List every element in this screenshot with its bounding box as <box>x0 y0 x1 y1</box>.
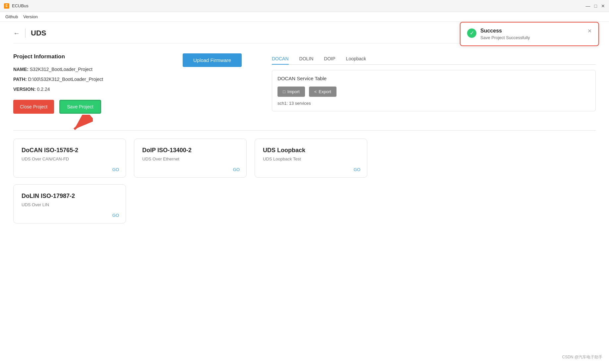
service-count: sch1: 13 services <box>277 101 590 106</box>
project-path-row: PATH: D:\00\S32K312_BootLoader_Project <box>13 77 152 82</box>
cards-section: DoCAN ISO-15765-2 UDS Over CAN/CAN-FD GO… <box>13 130 596 223</box>
card-docan-title: DoCAN ISO-15765-2 <box>22 147 118 154</box>
back-button[interactable]: ← <box>13 30 20 37</box>
card-dolin: DoLIN ISO-17987-2 UDS Over LIN GO <box>13 184 126 223</box>
main-content: ← UDS Project Information NAME: S32K312_… <box>0 22 609 223</box>
menu-github[interactable]: Github <box>5 14 18 19</box>
card-dolin-go[interactable]: GO <box>112 213 119 218</box>
card-doip-go[interactable]: GO <box>233 167 240 172</box>
card-loopback: UDS Loopback UDS Loopback Test GO <box>255 139 367 178</box>
path-value: D:\00\S32K312_BootLoader_Project <box>28 77 103 82</box>
svg-line-1 <box>74 117 88 129</box>
success-title: Success <box>480 28 583 34</box>
card-docan-subtitle: UDS Over CAN/CAN-FD <box>22 156 118 161</box>
tab-docan[interactable]: DOCAN <box>272 53 289 65</box>
cards-row-1: DoCAN ISO-15765-2 UDS Over CAN/CAN-FD GO… <box>13 139 596 178</box>
service-table-box: DOCAN Service Table □ Import < Export sc… <box>272 70 596 111</box>
protocol-tabs: DOCAN DOLIN DOIP Loopback <box>272 53 596 65</box>
window-close-button[interactable]: ✕ <box>601 4 605 8</box>
card-docan-go[interactable]: GO <box>112 167 119 172</box>
project-version-row: VERSION: 0.2.24 <box>13 87 152 92</box>
import-button[interactable]: □ Import <box>277 87 305 97</box>
upload-firmware-button[interactable]: Upload Firmware <box>183 53 242 67</box>
success-content: Success Save Project Successfully <box>480 28 583 40</box>
name-value: S32K312_BootLoader_Project <box>30 67 92 72</box>
service-table-title: DOCAN Service Table <box>277 76 590 81</box>
center-panel: Upload Firmware <box>166 53 259 124</box>
project-buttons: Close Project Save Project <box>13 100 152 114</box>
card-doip-title: DoIP ISO-13400-2 <box>142 147 238 154</box>
card-loopback-go[interactable]: GO <box>354 167 360 172</box>
card-doip: DoIP ISO-13400-2 UDS Over Ethernet GO <box>134 139 247 178</box>
notification-close-button[interactable]: ✕ <box>587 28 592 34</box>
success-icon-circle: ✓ <box>467 29 476 38</box>
card-dolin-title: DoLIN ISO-17987-2 <box>22 193 118 200</box>
cards-row-2: DoLIN ISO-17987-2 UDS Over LIN GO <box>13 184 596 223</box>
content-layout: Project Information NAME: S32K312_BootLo… <box>13 53 596 124</box>
close-project-button[interactable]: Close Project <box>13 100 54 114</box>
path-label: PATH: <box>13 77 27 82</box>
card-docan: DoCAN ISO-15765-2 UDS Over CAN/CAN-FD GO <box>13 139 126 178</box>
folder-icon: □ <box>283 89 285 94</box>
title-bar-controls: — □ ✕ <box>586 4 605 8</box>
card-loopback-title: UDS Loopback <box>263 147 359 154</box>
card-doip-subtitle: UDS Over Ethernet <box>142 156 238 161</box>
card-loopback-subtitle: UDS Loopback Test <box>263 156 359 161</box>
app-icon: E <box>4 3 9 9</box>
success-notification: ✓ Success Save Project Successfully ✕ <box>460 22 599 46</box>
success-message: Save Project Successfully <box>480 35 583 40</box>
page-title: UDS <box>31 29 46 37</box>
version-label: VERSION: <box>13 87 36 92</box>
tab-loopback[interactable]: Loopback <box>346 53 366 65</box>
menu-bar: Github Version <box>0 12 609 22</box>
project-name-row: NAME: S32K312_BootLoader_Project <box>13 67 152 72</box>
check-icon: ✓ <box>470 30 474 36</box>
title-bar: E ECUBus — □ ✕ <box>0 0 609 12</box>
title-bar-left: E ECUBus <box>4 3 29 9</box>
left-panel: Project Information NAME: S32K312_BootLo… <box>13 53 152 124</box>
section-title: Project Information <box>13 53 152 60</box>
maximize-button[interactable]: □ <box>594 4 597 8</box>
watermark: CSDN @汽车电子助手 <box>562 354 602 360</box>
export-button[interactable]: < Export <box>309 87 336 97</box>
app-title: ECUBus <box>12 3 29 8</box>
save-project-button[interactable]: Save Project <box>59 100 101 114</box>
header-divider <box>25 29 26 38</box>
section-divider <box>13 130 596 131</box>
table-actions: □ Import < Export <box>277 87 590 97</box>
right-panel: DOCAN DOLIN DOIP Loopback DOCAN Service … <box>272 53 596 124</box>
share-icon: < <box>314 89 317 94</box>
menu-version[interactable]: Version <box>23 14 37 19</box>
tab-dolin[interactable]: DOLIN <box>299 53 314 65</box>
version-value: 0.2.24 <box>37 87 50 92</box>
name-label: NAME: <box>13 67 29 72</box>
minimize-button[interactable]: — <box>586 4 590 8</box>
card-dolin-subtitle: UDS Over LIN <box>22 202 118 207</box>
tab-doip[interactable]: DOIP <box>324 53 335 65</box>
